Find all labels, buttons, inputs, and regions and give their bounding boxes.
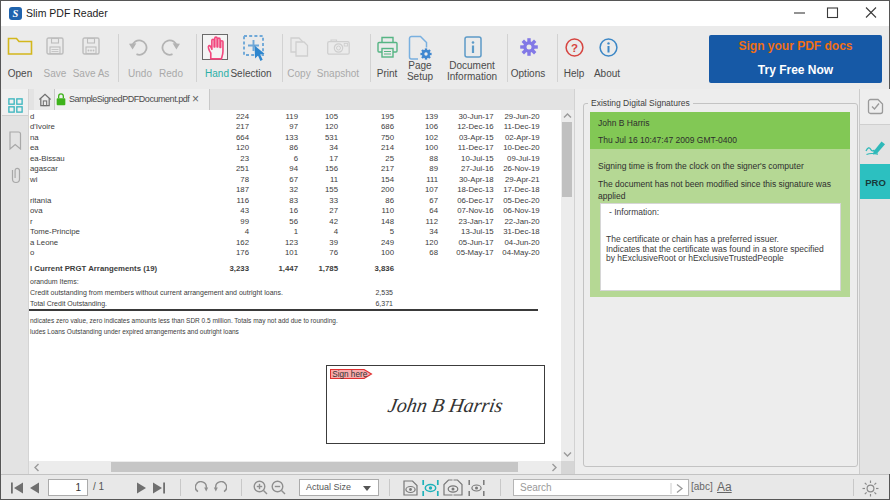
svg-text:S: S bbox=[13, 8, 19, 19]
svg-text:Sign here: Sign here bbox=[332, 370, 367, 379]
svg-text:?: ? bbox=[571, 42, 578, 54]
